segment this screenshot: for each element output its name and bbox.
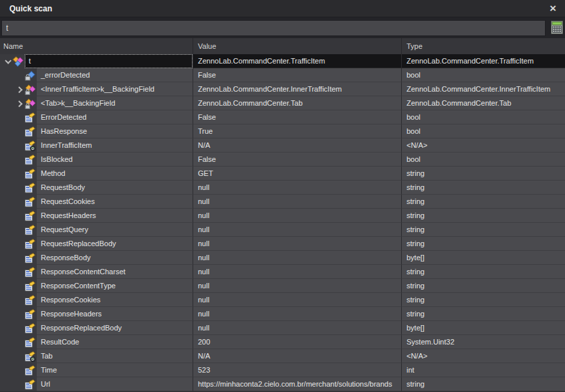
table-row[interactable]: HasResponse True bool xyxy=(0,124,565,138)
property-icon xyxy=(25,155,35,165)
property-icon xyxy=(25,365,35,376)
row-value: https://minhaconta2.cielo.com.br/merchan… xyxy=(193,377,401,391)
tree-indent xyxy=(0,321,37,335)
table-row[interactable]: IsBlocked False bool xyxy=(0,153,565,167)
table-row[interactable]: t ZennoLab.CommandCenter.TrafficItem Zen… xyxy=(0,54,565,68)
row-value: ZennoLab.CommandCenter.InnerTrafficItem xyxy=(193,82,401,96)
table-row[interactable]: <Tab>k__BackingField ZennoLab.CommandCen… xyxy=(0,96,565,110)
table-row[interactable]: ResponseContentType null string xyxy=(0,279,565,293)
tree-indent xyxy=(0,96,37,110)
name-cell: HasResponse xyxy=(0,124,193,138)
table-row[interactable]: Time 523 int xyxy=(0,363,565,377)
table-row[interactable]: ResultCode 200 System.Uint32 xyxy=(0,335,565,349)
row-type: byte[] xyxy=(401,251,565,265)
field-private-class-icon xyxy=(25,98,35,109)
row-value: False xyxy=(193,153,401,167)
table-row[interactable]: InnerTrafficItem N/A <N/A> xyxy=(0,138,565,153)
expander-icon xyxy=(14,140,25,151)
table-row[interactable]: Url https://minhaconta2.cielo.com.br/mer… xyxy=(0,377,565,391)
tree-indent xyxy=(0,209,37,223)
tree-indent xyxy=(0,279,37,293)
tree-grid: Name Value Type t ZennoLab.CommandCenter… xyxy=(0,38,565,392)
table-row[interactable]: ErrorDetected False bool xyxy=(0,110,565,124)
row-name: <InnerTrafficItem>k__BackingField xyxy=(37,82,193,96)
row-type: string xyxy=(401,265,565,279)
row-name: <Tab>k__BackingField xyxy=(37,96,193,110)
name-cell: t xyxy=(0,54,193,68)
column-header-name[interactable]: Name xyxy=(0,38,193,54)
name-cell: Time xyxy=(0,363,193,377)
name-cell: RequestReplacedBody xyxy=(0,237,193,251)
name-cell: Method xyxy=(0,167,193,181)
row-value: N/A xyxy=(193,138,401,153)
row-type: bool xyxy=(401,68,565,82)
search-input[interactable] xyxy=(1,20,546,36)
table-row[interactable]: RequestQuery null string xyxy=(0,223,565,237)
table-row[interactable]: Method GET string xyxy=(0,167,565,181)
table-row[interactable]: _errorDetected False bool xyxy=(0,68,565,82)
expander-icon xyxy=(14,379,25,390)
row-value: null xyxy=(193,251,401,265)
row-type: string xyxy=(401,223,565,237)
property-icon xyxy=(25,323,35,334)
row-type: string xyxy=(401,293,565,307)
table-row[interactable]: ResponseReplacedBody null byte[] xyxy=(0,321,565,335)
expander-icon xyxy=(14,155,25,165)
tree-indent xyxy=(0,124,37,138)
expander-icon[interactable] xyxy=(14,84,25,95)
row-name: IsBlocked xyxy=(37,153,193,167)
expander-icon xyxy=(14,126,25,137)
row-name: ResponseHeaders xyxy=(37,307,193,321)
expander-icon xyxy=(14,309,25,320)
row-name: RequestHeaders xyxy=(37,209,193,223)
expander-icon xyxy=(14,197,25,207)
expander-icon[interactable] xyxy=(14,98,25,109)
tree-indent xyxy=(0,195,37,209)
property-na-icon xyxy=(25,140,35,151)
row-name: ErrorDetected xyxy=(37,110,193,124)
table-row[interactable]: ResponseContentCharset null string xyxy=(0,265,565,279)
table-row[interactable]: Tab N/A <N/A> xyxy=(0,349,565,363)
row-value: True xyxy=(193,124,401,138)
name-cell: <InnerTrafficItem>k__BackingField xyxy=(0,82,193,96)
tree-indent xyxy=(0,167,37,181)
table-row[interactable]: RequestCookies null string xyxy=(0,195,565,209)
expander-icon xyxy=(14,267,25,278)
table-row[interactable]: RequestBody null string xyxy=(0,181,565,195)
row-value: null xyxy=(193,195,401,209)
column-header-type[interactable]: Type xyxy=(401,38,565,54)
row-value: null xyxy=(193,293,401,307)
row-type: ZennoLab.CommandCenter.Tab xyxy=(401,96,565,110)
expander-icon xyxy=(14,112,25,123)
property-icon xyxy=(25,169,35,179)
property-icon xyxy=(25,267,35,278)
table-row[interactable]: RequestHeaders null string xyxy=(0,209,565,223)
row-name: Method xyxy=(37,167,193,181)
row-type: string xyxy=(401,307,565,321)
table-row[interactable]: RequestReplacedBody null string xyxy=(0,237,565,251)
table-row[interactable]: ResponseBody null byte[] xyxy=(0,251,565,265)
expander-icon xyxy=(14,253,25,264)
property-icon xyxy=(25,337,35,348)
table-row[interactable]: ResponseHeaders null string xyxy=(0,307,565,321)
calculator-icon[interactable] xyxy=(551,21,563,34)
expander-icon[interactable] xyxy=(2,56,13,67)
name-cell: InnerTrafficItem xyxy=(0,138,193,153)
property-icon xyxy=(25,309,35,320)
close-icon[interactable]: × xyxy=(546,2,560,15)
name-cell: Url xyxy=(0,377,193,391)
row-type: bool xyxy=(401,153,565,167)
window-title: Quick scan xyxy=(9,4,546,13)
tree-grid-body: t ZennoLab.CommandCenter.TrafficItem Zen… xyxy=(0,54,565,391)
table-row[interactable]: <InnerTrafficItem>k__BackingField ZennoL… xyxy=(0,82,565,96)
name-cell: RequestHeaders xyxy=(0,209,193,223)
expander-icon xyxy=(14,239,25,250)
table-row[interactable]: ResponseCookies null string xyxy=(0,293,565,307)
row-value: False xyxy=(193,68,401,82)
name-cell: _errorDetected xyxy=(0,68,193,82)
column-header-value[interactable]: Value xyxy=(193,38,401,54)
row-type: string xyxy=(401,237,565,251)
row-type: bool xyxy=(401,124,565,138)
row-name: ResponseCookies xyxy=(37,293,193,307)
row-type: int xyxy=(401,363,565,377)
